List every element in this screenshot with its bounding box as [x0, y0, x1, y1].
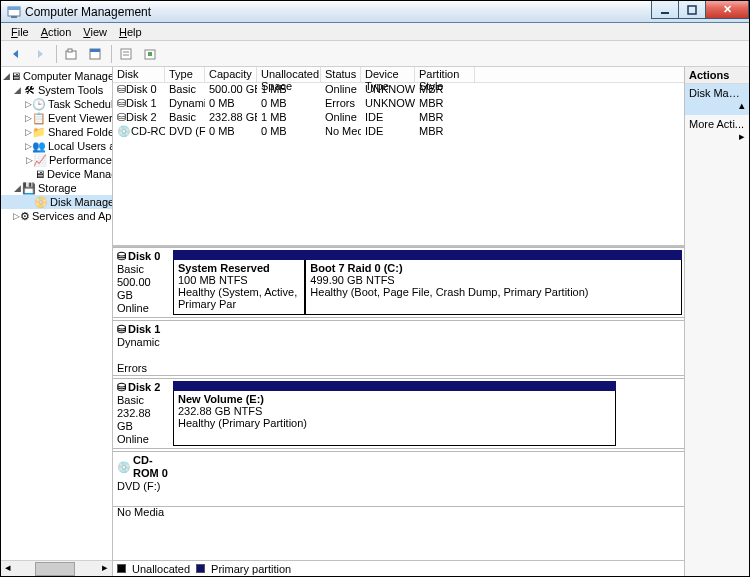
- tree-label: Storage: [38, 182, 77, 194]
- tree-device-manager[interactable]: 🖥Device Manager: [1, 167, 112, 181]
- hdr-capacity[interactable]: Capacity: [205, 67, 257, 82]
- event-icon: 📋: [32, 112, 46, 125]
- actions-pane: Actions Disk Manage...▴ More Acti...▸: [685, 67, 749, 576]
- minimize-button[interactable]: [651, 1, 679, 19]
- app-icon: [7, 5, 21, 19]
- cell: MBR: [415, 83, 475, 97]
- forward-button[interactable]: [29, 43, 51, 65]
- action-disk-management[interactable]: Disk Manage...▴: [685, 84, 749, 115]
- menu-file[interactable]: File: [5, 26, 35, 38]
- tree-root[interactable]: ◢🖥Computer Management (Local: [1, 69, 112, 83]
- cdrom-row[interactable]: 💿CD-ROM 0 DVD (F:) No Media: [113, 451, 684, 507]
- list-row[interactable]: ⛁Disk 2Basic232.88 GB1 MBOnlineIDEMBR: [113, 111, 684, 125]
- partition-c[interactable]: Boot 7 Raid 0 (C:)499.90 GB NTFSHealthy …: [305, 250, 682, 315]
- tree-storage[interactable]: ◢💾Storage: [1, 181, 112, 195]
- close-button[interactable]: ✕: [705, 1, 749, 19]
- action-label: Disk Manage...: [689, 87, 749, 99]
- disk-kind: Basic: [117, 394, 169, 407]
- action-more[interactable]: More Acti...▸: [685, 115, 749, 146]
- disk-status: No Media: [117, 506, 169, 519]
- disk-icon: ⛁: [117, 250, 126, 263]
- chevron-right-icon: ▸: [739, 130, 745, 143]
- part-sub: 232.88 GB NTFS: [178, 405, 262, 417]
- menu-view[interactable]: View: [77, 26, 113, 38]
- disk2-info: ⛁Disk 2 Basic 232.88 GB Online: [113, 379, 173, 448]
- services-icon: ⚙: [20, 210, 30, 223]
- hdr-disk[interactable]: Disk: [113, 67, 165, 82]
- tree-label: Device Manager: [47, 168, 113, 180]
- cell: Errors: [321, 97, 361, 111]
- users-icon: 👥: [32, 140, 46, 153]
- cell: CD-ROM 0: [131, 125, 165, 137]
- legend: Unallocated Primary partition: [113, 560, 684, 576]
- disk-name: Disk 2: [128, 381, 160, 394]
- svg-rect-3: [661, 12, 669, 14]
- cell: 0 MB: [257, 125, 321, 139]
- list-row[interactable]: 💿CD-ROM 0DVD (F:)0 MB0 MBNo MediaIDEMBR: [113, 125, 684, 139]
- disk0-row[interactable]: ⛁Disk 0 Basic 500.00 GB Online System Re…: [113, 247, 684, 318]
- tree-disk-management[interactable]: 📀Disk Management: [1, 195, 112, 209]
- back-button[interactable]: [5, 43, 27, 65]
- disk1-row[interactable]: ⛁Disk 1 Dynamic Errors: [113, 320, 684, 376]
- tools-icon: 🛠: [22, 84, 36, 96]
- cell: UNKNOWN: [361, 97, 415, 111]
- tree-local-users[interactable]: ▷👥Local Users and Groups: [1, 139, 112, 153]
- list-header[interactable]: Disk Type Capacity Unallocated Space Sta…: [113, 67, 684, 83]
- list-row[interactable]: ⛁Disk 1Dynamic0 MB0 MBErrorsUNKNOWNMBR: [113, 97, 684, 111]
- menubar: File Action View Help: [1, 23, 749, 41]
- cell: 1 MB: [257, 111, 321, 125]
- tree-event-viewer[interactable]: ▷📋Event Viewer: [1, 111, 112, 125]
- hdr-devtype[interactable]: Device Type: [361, 67, 415, 82]
- computer-icon: 🖥: [10, 70, 21, 82]
- cell: IDE: [361, 125, 415, 139]
- tree-label: System Tools: [38, 84, 103, 96]
- cell: Disk 0: [126, 83, 157, 95]
- cell: 232.88 GB: [205, 111, 257, 125]
- tree-task-scheduler[interactable]: ▷🕒Task Scheduler: [1, 97, 112, 111]
- refresh-button[interactable]: [115, 43, 137, 65]
- part-det: Healthy (Boot, Page File, Crash Dump, Pr…: [310, 286, 588, 298]
- disk-name: Disk 0: [128, 250, 160, 263]
- disk0-info: ⛁Disk 0 Basic 500.00 GB Online: [113, 248, 173, 317]
- menu-action[interactable]: Action: [35, 26, 78, 38]
- hdr-ps[interactable]: Partition Style: [415, 67, 475, 82]
- maximize-button[interactable]: [678, 1, 706, 19]
- properties-button[interactable]: [84, 43, 106, 65]
- disk-icon: 📀: [34, 196, 48, 209]
- chevron-up-icon: ▴: [739, 99, 745, 112]
- list-row[interactable]: ⛁Disk 0Basic500.00 GB1 MBOnlineUNKNOWNMB…: [113, 83, 684, 97]
- up-button[interactable]: [60, 43, 82, 65]
- cell: UNKNOWN: [361, 83, 415, 97]
- device-icon: 🖥: [34, 168, 45, 180]
- hdr-status[interactable]: Status: [321, 67, 361, 82]
- partition-system-reserved[interactable]: System Reserved100 MB NTFSHealthy (Syste…: [173, 250, 305, 315]
- hdr-type[interactable]: Type: [165, 67, 205, 82]
- svg-rect-8: [90, 49, 100, 52]
- tree-shared-folders[interactable]: ▷📁Shared Folders: [1, 125, 112, 139]
- hdr-unalloc[interactable]: Unallocated Space: [257, 67, 321, 82]
- cell: 1 MB: [257, 83, 321, 97]
- tree-label: Shared Folders: [48, 126, 113, 138]
- cell: 0 MB: [257, 97, 321, 111]
- disk2-row[interactable]: ⛁Disk 2 Basic 232.88 GB Online New Volum…: [113, 378, 684, 449]
- part-title: New Volume (E:): [178, 393, 264, 405]
- disk-size: 500.00 GB: [117, 276, 169, 302]
- tree-scrollbar[interactable]: ◂▸: [1, 560, 112, 576]
- menu-help[interactable]: Help: [113, 26, 148, 38]
- partition-e[interactable]: New Volume (E:)232.88 GB NTFSHealthy (Pr…: [173, 381, 616, 446]
- disk-icon: ⛁: [117, 111, 126, 123]
- cell: DVD (F:): [165, 125, 205, 139]
- tree-services-apps[interactable]: ▷⚙Services and Applications: [1, 209, 112, 223]
- tree-label: Services and Applications: [32, 210, 113, 222]
- svg-rect-2: [11, 16, 17, 18]
- legend-primary-label: Primary partition: [211, 563, 291, 575]
- svg-rect-13: [148, 52, 152, 56]
- cell: Disk 1: [126, 97, 157, 109]
- help-button[interactable]: [139, 43, 161, 65]
- cell: 500.00 GB: [205, 83, 257, 97]
- disk-name: Disk 1: [128, 323, 160, 336]
- tree-performance[interactable]: ▷📈Performance: [1, 153, 112, 167]
- tree-system-tools[interactable]: ◢🛠System Tools: [1, 83, 112, 97]
- nav-tree: ◢🖥Computer Management (Local ◢🛠System To…: [1, 67, 113, 576]
- svg-rect-9: [121, 49, 131, 59]
